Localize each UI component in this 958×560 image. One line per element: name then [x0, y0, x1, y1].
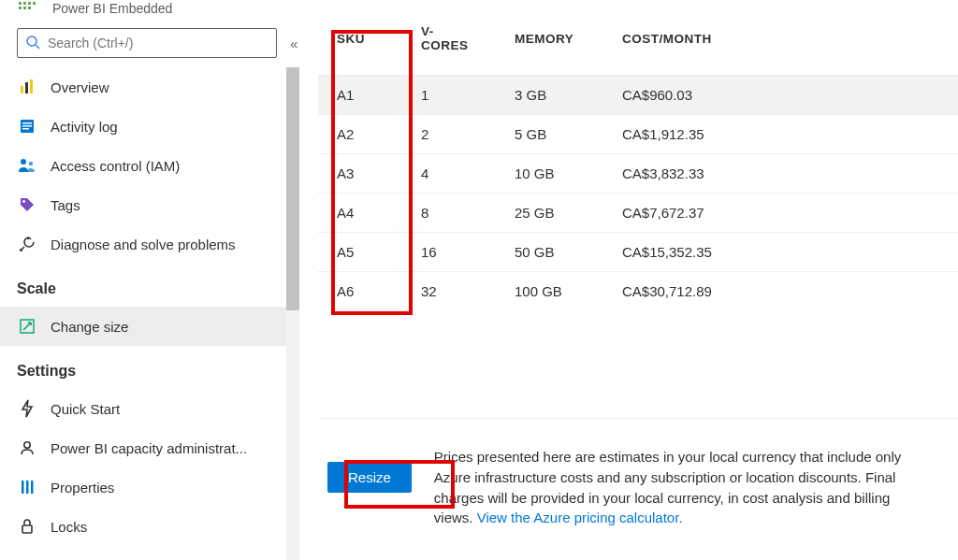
cell-vcores: 4: [402, 154, 496, 194]
sidebar-item-label: Change size: [51, 319, 128, 335]
activitylog-icon: [17, 116, 37, 136]
cell-memory: 5 GB: [496, 115, 603, 154]
cell-memory: 50 GB: [496, 233, 603, 272]
svg-rect-3: [33, 2, 36, 5]
svg-point-17: [29, 162, 33, 165]
svg-rect-5: [23, 7, 26, 9]
admin-icon: [17, 438, 37, 458]
svg-rect-10: [25, 82, 28, 93]
properties-icon: [17, 477, 37, 497]
quickstart-icon: [17, 398, 37, 419]
sidebar-item-locks[interactable]: Locks: [0, 507, 286, 546]
collapse-sidebar-icon[interactable]: «: [290, 36, 298, 51]
cell-cost: CA$1,912.35: [603, 115, 958, 154]
resource-header: Power BI Embedded: [0, 0, 299, 24]
svg-rect-15: [22, 128, 29, 130]
svg-line-8: [36, 45, 39, 49]
sidebar-item-activitylog[interactable]: Activity log: [0, 107, 286, 146]
sidebar-item-label: Overview: [51, 79, 109, 95]
sidebar-item-accesscontrol[interactable]: Access control (IAM): [0, 146, 286, 185]
sidebar-scrollbar[interactable]: [286, 67, 299, 560]
cell-vcores: 32: [402, 272, 496, 311]
cell-memory: 10 GB: [496, 154, 603, 194]
svg-rect-24: [22, 525, 32, 533]
svg-rect-14: [22, 125, 32, 127]
table-row[interactable]: A3410 GBCA$3,832.33: [318, 154, 958, 194]
pricing-disclaimer: Prices presented here are estimates in y…: [434, 447, 911, 528]
svg-rect-21: [22, 481, 24, 494]
svg-point-7: [27, 36, 36, 46]
cell-vcores: 1: [402, 76, 496, 115]
sidebar-item-label: Power BI capacity administrat...: [51, 440, 247, 456]
section-header-settings: Settings: [0, 346, 286, 389]
cell-cost: CA$30,712.89: [603, 272, 958, 311]
th-cost: COST/MONTH: [603, 17, 958, 76]
svg-rect-11: [30, 79, 33, 93]
search-icon: [25, 35, 40, 52]
th-vcores: V-CORES: [402, 17, 496, 76]
svg-rect-2: [28, 2, 31, 5]
sidebar-item-diagnose[interactable]: Diagnose and solve problems: [0, 224, 286, 264]
cell-vcores: 2: [402, 115, 496, 154]
sidebar-item-label: Properties: [51, 480, 114, 495]
sidebar-nav: OverviewActivity logAccess control (IAM)…: [0, 67, 286, 560]
cell-cost: CA$3,832.33: [603, 154, 958, 194]
sidebar-item-overview[interactable]: Overview: [0, 67, 286, 107]
sidebar-item-label: Quick Start: [51, 401, 120, 417]
cell-sku: A5: [318, 233, 402, 272]
resize-button[interactable]: Resize: [327, 462, 412, 493]
svg-rect-23: [31, 481, 34, 494]
search-box[interactable]: [17, 28, 277, 58]
section-header-scale: Scale: [0, 264, 286, 307]
sidebar-item-admin[interactable]: Power BI capacity administrat...: [0, 428, 286, 467]
table-row[interactable]: A632100 GBCA$30,712.89: [318, 272, 958, 311]
cell-sku: A1: [318, 76, 402, 115]
svg-rect-4: [19, 7, 22, 9]
resize-button-wrap: Resize: [327, 447, 412, 493]
diagnose-icon: [17, 234, 37, 254]
cell-cost: CA$7,672.37: [603, 194, 958, 233]
cell-vcores: 8: [402, 194, 496, 233]
svg-point-16: [21, 159, 26, 165]
svg-rect-9: [21, 86, 23, 93]
svg-rect-13: [22, 122, 32, 124]
powerbi-embedded-icon: [17, 0, 39, 17]
table-row[interactable]: A113 GBCA$960.03: [318, 76, 958, 115]
sidebar-item-changesize[interactable]: Change size: [0, 307, 286, 346]
sidebar-item-label: Activity log: [51, 119, 118, 135]
svg-rect-6: [28, 7, 31, 9]
th-memory: MEMORY: [496, 17, 603, 76]
sidebar-item-label: Tags: [51, 197, 80, 213]
sku-table: SKU V-CORES MEMORY COST/MONTH A113 GBCA$…: [318, 17, 958, 310]
sidebar-item-label: Locks: [51, 519, 87, 535]
locks-icon: [17, 516, 37, 537]
resource-type-label: Power BI Embedded: [52, 1, 172, 16]
pricing-calculator-link[interactable]: View the Azure pricing calculator.: [477, 510, 683, 525]
sidebar-item-label: Diagnose and solve problems: [51, 237, 236, 252]
cell-memory: 3 GB: [496, 76, 603, 115]
sidebar-item-properties[interactable]: Properties: [0, 467, 286, 507]
sidebar-item-label: Access control (IAM): [51, 158, 180, 174]
cell-vcores: 16: [402, 233, 496, 272]
table-row[interactable]: A4825 GBCA$7,672.37: [318, 194, 958, 233]
sidebar-item-quickstart[interactable]: Quick Start: [0, 389, 286, 428]
table-row[interactable]: A225 GBCA$1,912.35: [318, 115, 958, 154]
accesscontrol-icon: [17, 155, 37, 176]
overview-icon: [17, 77, 37, 97]
cell-cost: CA$15,352.35: [603, 233, 958, 272]
sidebar-item-tags[interactable]: Tags: [0, 185, 286, 224]
cell-sku: A4: [318, 194, 402, 233]
sidebar-scroll-thumb[interactable]: [286, 67, 299, 310]
cell-sku: A3: [318, 154, 402, 194]
svg-rect-22: [26, 481, 29, 494]
th-sku: SKU: [318, 17, 402, 76]
svg-rect-0: [19, 2, 22, 5]
svg-point-20: [24, 442, 30, 448]
search-input[interactable]: [48, 36, 269, 50]
tags-icon: [17, 194, 37, 215]
table-row[interactable]: A51650 GBCA$15,352.35: [318, 233, 958, 272]
cell-sku: A6: [318, 272, 402, 311]
svg-rect-1: [23, 2, 26, 5]
changesize-icon: [17, 316, 37, 337]
cell-memory: 25 GB: [496, 194, 603, 233]
